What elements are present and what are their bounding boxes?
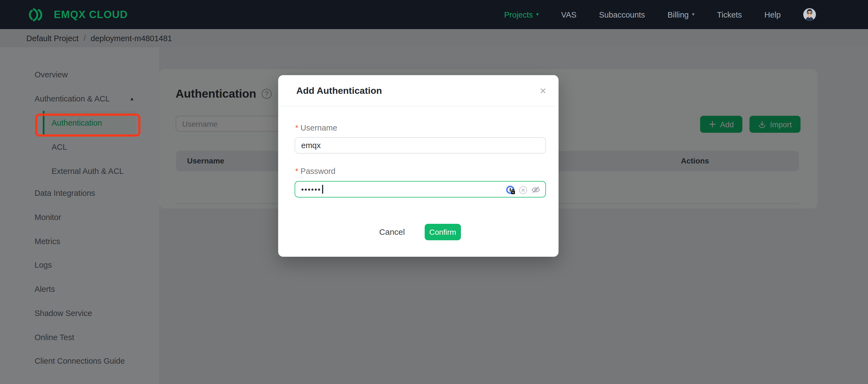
toggle-password-visibility-eye-slash-icon[interactable] — [531, 186, 540, 194]
username-input-value: emqx — [301, 141, 321, 150]
annotation-highlight-box — [35, 114, 141, 137]
nav-subaccounts[interactable]: Subaccounts — [599, 10, 645, 19]
nav-projects[interactable]: Projects ▾ — [504, 10, 539, 19]
password-manager-1password-icon[interactable] — [506, 185, 515, 194]
app-root: Default Project / deployment-m4801481 Ov… — [0, 0, 868, 384]
password-input[interactable]: •••••• — [294, 181, 546, 197]
username-field-label: *Username — [295, 123, 337, 132]
nav-tickets[interactable]: Tickets — [717, 10, 742, 19]
nav-billing[interactable]: Billing ▾ — [668, 10, 694, 19]
modal-title: Add Authentication — [296, 85, 382, 96]
password-masked-value: •••••• — [301, 185, 321, 193]
brand-name: EMQX CLOUD — [54, 8, 128, 21]
modal-header: Add Authentication ✕ — [278, 75, 559, 106]
avatar-illustration — [803, 8, 816, 21]
close-icon[interactable]: ✕ — [539, 86, 547, 96]
add-authentication-modal: Add Authentication ✕ *Username emqx *Pas… — [278, 75, 559, 256]
nav-vas[interactable]: VAS — [561, 10, 577, 19]
nav-help[interactable]: Help — [764, 10, 781, 19]
emqx-logo-icon — [26, 7, 48, 22]
text-cursor — [322, 185, 323, 194]
password-field-label: *Password — [295, 166, 336, 175]
top-navbar: EMQX CLOUD Projects ▾ VAS Subaccounts Bi… — [0, 0, 868, 29]
user-avatar[interactable] — [803, 8, 816, 21]
username-input[interactable]: emqx — [294, 137, 546, 153]
clear-input-icon[interactable] — [519, 186, 527, 194]
confirm-button[interactable]: Confirm — [425, 224, 461, 240]
caret-down-icon: ▾ — [536, 12, 538, 17]
brand[interactable]: EMQX CLOUD — [26, 0, 128, 29]
cancel-button[interactable]: Cancel — [376, 227, 408, 237]
required-marker: * — [295, 123, 298, 132]
required-marker: * — [295, 166, 298, 175]
caret-down-icon: ▾ — [692, 12, 694, 17]
